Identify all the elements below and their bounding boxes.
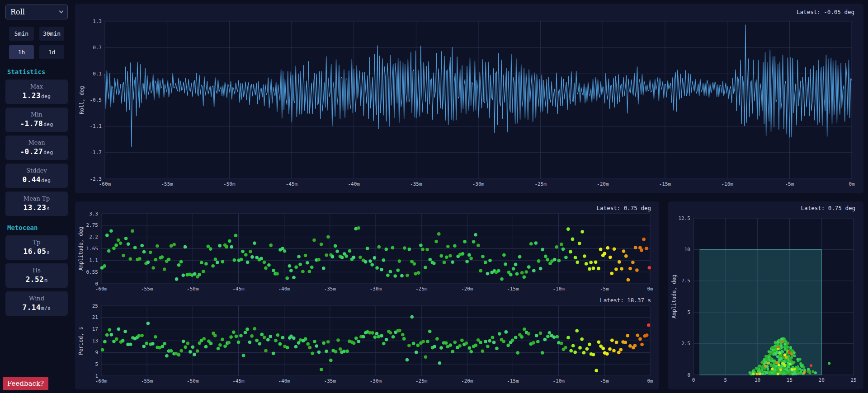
svg-text:17: 17	[92, 326, 98, 332]
range-button-1h[interactable]: 1h	[9, 45, 34, 59]
range-button-1d[interactable]: 1d	[39, 45, 64, 59]
amplitude-vs-period-panel: Latest: 0.75 deg 051015202502.557.51012.…	[668, 201, 863, 389]
svg-text:2.75: 2.75	[86, 222, 99, 228]
stat-value: 13.23s	[7, 203, 66, 212]
stat-value: 0.44deg	[7, 175, 66, 184]
svg-text:-55m: -55m	[141, 378, 153, 384]
svg-text:-45m: -45m	[286, 181, 298, 187]
svg-text:20: 20	[819, 377, 825, 383]
svg-text:-15m: -15m	[507, 286, 519, 292]
svg-text:9: 9	[95, 350, 98, 356]
stat-value: 1.23deg	[7, 91, 66, 100]
stat-label: Wind	[7, 295, 66, 302]
svg-text:15: 15	[787, 377, 793, 383]
svg-text:0m: 0m	[647, 378, 653, 384]
svg-text:-0.5: -0.5	[90, 97, 102, 103]
stat-value: 16.05s	[7, 247, 66, 256]
range-button-5min[interactable]: 5min	[9, 27, 34, 41]
svg-text:-35m: -35m	[324, 378, 336, 384]
svg-text:-1.1: -1.1	[90, 123, 102, 129]
stat-label: Min	[7, 111, 66, 118]
svg-text:12.5: 12.5	[679, 215, 691, 221]
svg-text:0: 0	[687, 372, 690, 378]
amplitude-vs-period-chart[interactable]: 051015202502.557.51012.5Amplitude, deg	[671, 212, 859, 386]
svg-text:-5m: -5m	[785, 181, 794, 187]
svg-text:-5m: -5m	[600, 286, 609, 292]
svg-text:-50m: -50m	[187, 378, 199, 384]
period-chart-block: Latest: 18.37 s -60m-55m-50m-45m-40m-35m…	[78, 295, 655, 387]
svg-text:1.65: 1.65	[86, 246, 99, 252]
svg-text:-40m: -40m	[278, 378, 290, 384]
svg-text:-25m: -25m	[415, 378, 428, 384]
svg-text:-25m: -25m	[415, 286, 428, 292]
svg-text:-45m: -45m	[232, 378, 245, 384]
svg-text:10: 10	[755, 377, 760, 383]
svg-text:Roll, deg: Roll, deg	[79, 86, 85, 114]
stat-label: Stddev	[7, 167, 66, 174]
stat-label: Mean Tp	[7, 195, 66, 202]
metocean-card-wind: Wind7.14m/s	[5, 291, 68, 316]
svg-text:-15m: -15m	[507, 378, 519, 384]
svg-text:5: 5	[724, 377, 727, 383]
svg-text:-10m: -10m	[552, 378, 565, 384]
svg-text:-45m: -45m	[232, 286, 245, 292]
svg-text:-10m: -10m	[552, 286, 565, 292]
svg-text:-35m: -35m	[324, 286, 336, 292]
statistics-heading: Statistics	[7, 68, 66, 75]
svg-text:-1.7: -1.7	[90, 150, 102, 155]
svg-text:-40m: -40m	[348, 181, 360, 187]
svg-text:-50m: -50m	[187, 286, 199, 292]
svg-text:1: 1	[95, 373, 98, 379]
svg-text:0.55: 0.55	[86, 269, 99, 275]
svg-text:21: 21	[92, 314, 98, 320]
metocean-card-tp: Tp16.05s	[5, 235, 68, 260]
latest-amp-period-label: Latest: 0.75 deg	[671, 202, 859, 212]
stat-value: 2.52m	[7, 275, 66, 284]
svg-text:-30m: -30m	[370, 378, 382, 384]
bottom-row: Latest: 0.75 deg -60m-55m-50m-45m-40m-35…	[75, 201, 863, 389]
svg-text:0m: 0m	[647, 286, 653, 292]
svg-text:13: 13	[92, 338, 98, 344]
svg-text:-25m: -25m	[534, 181, 547, 187]
svg-text:-20m: -20m	[461, 378, 473, 384]
svg-text:-5m: -5m	[600, 378, 609, 384]
roll-timeseries-chart[interactable]: -60m-55m-50m-45m-40m-35m-30m-25m-20m-15m…	[79, 16, 858, 191]
metocean-card-hs: Hs2.52m	[5, 263, 68, 288]
amplitude-period-panel: Latest: 0.75 deg -60m-55m-50m-45m-40m-35…	[75, 201, 659, 389]
statistics-card-stddev: Stddev0.44deg	[5, 164, 68, 188]
amplitude-scatter-chart[interactable]: -60m-55m-50m-45m-40m-35m-30m-25m-20m-15m…	[78, 212, 655, 295]
svg-text:-30m: -30m	[472, 181, 485, 187]
svg-text:Period, s: Period, s	[78, 327, 84, 355]
stat-label: Mean	[7, 139, 66, 146]
main-content: Latest: -0.05 deg -60m-55m-50m-45m-40m-3…	[75, 4, 863, 389]
svg-text:25: 25	[92, 304, 98, 309]
statistics-cards: Max1.23degMin-1.78degMean-0.27degStddev0…	[5, 80, 68, 216]
svg-text:-2.3: -2.3	[90, 176, 102, 182]
feedback-button[interactable]: Feedback?	[3, 377, 48, 390]
stat-value: -1.78deg	[7, 119, 66, 128]
svg-text:-55m: -55m	[161, 181, 173, 187]
statistics-card-max: Max1.23deg	[5, 80, 68, 104]
svg-text:2.2: 2.2	[89, 234, 98, 240]
svg-text:-50m: -50m	[223, 181, 236, 187]
statistics-card-mean: Mean-0.27deg	[5, 136, 68, 160]
svg-text:-40m: -40m	[278, 286, 290, 292]
svg-text:1.1: 1.1	[89, 257, 98, 263]
metocean-heading: Metocean	[7, 224, 66, 231]
stat-value: -0.27deg	[7, 147, 66, 156]
latest-roll-label: Latest: -0.05 deg	[79, 6, 858, 16]
range-button-30min[interactable]: 30min	[39, 27, 64, 41]
statistics-card-min: Min-1.78deg	[5, 108, 68, 132]
svg-text:-20m: -20m	[461, 286, 473, 292]
svg-text:25: 25	[850, 377, 856, 383]
stat-label: Hs	[7, 267, 66, 274]
roll-chart-panel: Latest: -0.05 deg -60m-55m-50m-45m-40m-3…	[75, 4, 863, 193]
svg-text:Amplitude, deg: Amplitude, deg	[78, 227, 84, 271]
svg-text:-15m: -15m	[659, 181, 671, 187]
statistics-card-mean-tp: Mean Tp13.23s	[5, 192, 68, 216]
svg-text:3.3: 3.3	[89, 212, 98, 217]
svg-text:-60m: -60m	[95, 286, 108, 292]
channel-select[interactable]: Roll	[5, 5, 68, 19]
period-scatter-chart[interactable]: -60m-55m-50m-45m-40m-35m-30m-25m-20m-15m…	[78, 304, 655, 387]
latest-period-label: Latest: 18.37 s	[78, 295, 655, 304]
